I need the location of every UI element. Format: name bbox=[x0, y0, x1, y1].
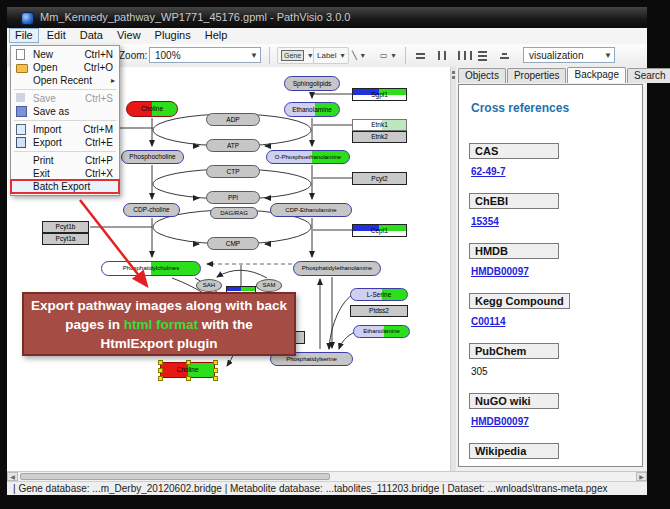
file-menu-item-label: Open Recent bbox=[33, 75, 109, 86]
node-cdp-ethanolamine[interactable]: CDP-Ethanolamine bbox=[270, 203, 352, 217]
node-cmp[interactable]: CMP bbox=[207, 237, 259, 250]
node-phosphocholine[interactable]: Phosphocholine bbox=[121, 150, 184, 164]
scroll-right-arrow[interactable]: ▶ bbox=[636, 472, 647, 481]
menu-data[interactable]: Data bbox=[74, 28, 109, 43]
file-menu-item-import[interactable]: ImportCtrl+M bbox=[11, 123, 119, 136]
side-panel: ObjectsPropertiesBackpageSearchLegend Cr… bbox=[456, 67, 647, 471]
node-l-serine[interactable]: L-Serine bbox=[350, 288, 408, 301]
xref-header: PubChem bbox=[469, 343, 559, 359]
tab-search[interactable]: Search bbox=[627, 68, 670, 83]
file-menu-item-label: Exit bbox=[33, 168, 85, 179]
node-adp[interactable]: ADP bbox=[206, 113, 260, 126]
xref-link[interactable]: HMDB00097 bbox=[471, 266, 632, 277]
node-cept1[interactable]: Cept1 bbox=[352, 224, 407, 237]
selection-handle[interactable] bbox=[186, 360, 191, 365]
chevron-down-icon: ▾ bbox=[341, 51, 345, 60]
callout-line2: pages in html format with the bbox=[24, 315, 294, 334]
xref-link[interactable]: Choline bbox=[471, 466, 632, 467]
selection-handle[interactable] bbox=[158, 368, 163, 373]
node-ethanolamine[interactable]: Ethanolamine bbox=[284, 102, 340, 117]
node-sgpl1[interactable]: Sgpl1 bbox=[352, 88, 407, 101]
file-menu-item-label: Export bbox=[33, 137, 85, 148]
xref-header: ChEBI bbox=[469, 193, 559, 209]
selection-handle[interactable] bbox=[158, 376, 163, 381]
xref-link[interactable]: 15354 bbox=[471, 216, 632, 227]
scroll-left-arrow[interactable]: ◀ bbox=[7, 472, 18, 481]
xref-section-nugo-wiki: NuGO wikiHMDB00097 bbox=[469, 391, 632, 427]
line-tool-icon: ╲ bbox=[352, 51, 357, 60]
new-datanode-button[interactable]: Gene ▾ bbox=[277, 47, 316, 64]
node-ptdss2[interactable]: Ptdss2 bbox=[350, 305, 408, 317]
callout-line3: HtmlExport plugin bbox=[24, 334, 294, 353]
menu-icon-spacer bbox=[15, 75, 29, 86]
submenu-arrow-icon: ▸ bbox=[111, 76, 115, 85]
node-sphingolipids[interactable]: Sphingolipids bbox=[284, 76, 340, 91]
node-etnk2[interactable]: Etnk2 bbox=[352, 131, 407, 143]
xref-link[interactable]: C00114 bbox=[471, 316, 632, 327]
horizontal-scrollbar[interactable]: ◀ ▶ bbox=[7, 471, 647, 481]
zoom-combobox[interactable]: 100% ▼ bbox=[149, 47, 261, 63]
node-phosphatidylethanolamine[interactable]: Phosphatidylethanolamine bbox=[293, 261, 381, 276]
file-menu-item-save[interactable]: SaveCtrl+S bbox=[11, 92, 119, 105]
tab-objects[interactable]: Objects bbox=[458, 68, 506, 83]
menu-help[interactable]: Help bbox=[199, 28, 234, 43]
tab-backpage[interactable]: Backpage bbox=[567, 67, 625, 83]
node-choline[interactable]: Choline bbox=[160, 362, 215, 378]
node-sam[interactable]: SAM bbox=[256, 279, 282, 292]
menu-edit[interactable]: Edit bbox=[41, 28, 72, 43]
node-dag-rag[interactable]: DAG/RAG bbox=[210, 207, 258, 219]
scrollbar-thumb[interactable] bbox=[20, 473, 330, 480]
align-vertical-button[interactable] bbox=[433, 47, 451, 64]
align-horizontal-button[interactable] bbox=[413, 47, 428, 64]
file-menu-item-label: Open bbox=[33, 62, 84, 73]
node-pcyt1b[interactable]: Pcyt1b bbox=[42, 221, 89, 233]
file-menu-item-export[interactable]: ExportCtrl+E bbox=[11, 136, 119, 149]
selection-handle[interactable] bbox=[213, 360, 218, 365]
common-width-button[interactable] bbox=[453, 47, 477, 64]
new-line-button[interactable]: ╲ ▾ bbox=[349, 47, 368, 64]
stack-button[interactable] bbox=[497, 47, 512, 64]
new-shape-button[interactable]: ▭ ▾ bbox=[377, 47, 399, 64]
file-menu-item-open[interactable]: OpenCtrl+O bbox=[11, 61, 119, 74]
selection-handle[interactable] bbox=[213, 376, 218, 381]
xref-link[interactable]: HMDB00097 bbox=[471, 416, 632, 427]
tab-properties[interactable]: Properties bbox=[507, 68, 567, 83]
common-width-icon bbox=[456, 51, 474, 60]
common-height-button[interactable] bbox=[475, 47, 490, 64]
menu-view[interactable]: View bbox=[111, 28, 147, 43]
align-vertical-icon bbox=[436, 51, 448, 60]
new-label-button[interactable]: Label ▾ bbox=[313, 47, 349, 64]
node-ethanolamine[interactable]: Ethanolamine bbox=[353, 325, 410, 338]
node-etnk1[interactable]: Etnk1 bbox=[352, 119, 407, 131]
file-menu-item-exit[interactable]: ExitCtrl+X bbox=[11, 167, 119, 180]
file-menu-item-print[interactable]: PrintCtrl+P bbox=[11, 154, 119, 167]
menu-file[interactable]: File bbox=[9, 28, 39, 43]
node-pcyt2[interactable]: Pcyt2 bbox=[352, 172, 407, 185]
node-cdp-choline[interactable]: CDP-choline bbox=[123, 203, 180, 217]
node-sah[interactable]: SAH bbox=[196, 279, 222, 292]
visualization-combobox[interactable]: visualization ▼ bbox=[523, 47, 615, 63]
node-ctp[interactable]: CTP bbox=[206, 165, 260, 178]
xref-link[interactable]: 62-49-7 bbox=[471, 166, 632, 177]
file-menu-item-new[interactable]: NewCtrl+N bbox=[11, 48, 119, 61]
file-menu-item-open-recent[interactable]: Open Recent▸ bbox=[11, 74, 119, 87]
save-icon bbox=[15, 93, 29, 104]
node-choline[interactable]: Choline bbox=[126, 101, 178, 117]
selection-handle[interactable] bbox=[213, 368, 218, 373]
file-menu-item-batch-export[interactable]: Batch Export bbox=[11, 180, 119, 193]
statusbar-text: | Gene database: ...m_Derby_20120602.bri… bbox=[13, 483, 607, 494]
file-menu-item-label: Save bbox=[33, 93, 85, 104]
splitter-grip bbox=[452, 71, 455, 74]
file-menu-item-save-as[interactable]: Save as bbox=[11, 105, 119, 118]
menu-icon-spacer bbox=[15, 155, 29, 166]
menubar: FileEditDataViewPluginsHelp bbox=[7, 28, 647, 45]
menu-plugins[interactable]: Plugins bbox=[149, 28, 197, 43]
titlebar[interactable]: Mm_Kennedy_pathway_WP1771_45176.gpml - P… bbox=[7, 7, 647, 28]
node-atp[interactable]: ATP bbox=[206, 139, 260, 152]
selection-handle[interactable] bbox=[186, 376, 191, 381]
node-o-phosphoethanolamine[interactable]: O-Phosphoethanolamine bbox=[266, 150, 350, 164]
node-phosphatidylcholines[interactable]: Phosphatidylcholines bbox=[101, 261, 201, 276]
node-pcyt1a[interactable]: Pcyt1a bbox=[42, 233, 89, 245]
node-ppi[interactable]: PPi bbox=[206, 191, 260, 204]
selection-handle[interactable] bbox=[158, 360, 163, 365]
